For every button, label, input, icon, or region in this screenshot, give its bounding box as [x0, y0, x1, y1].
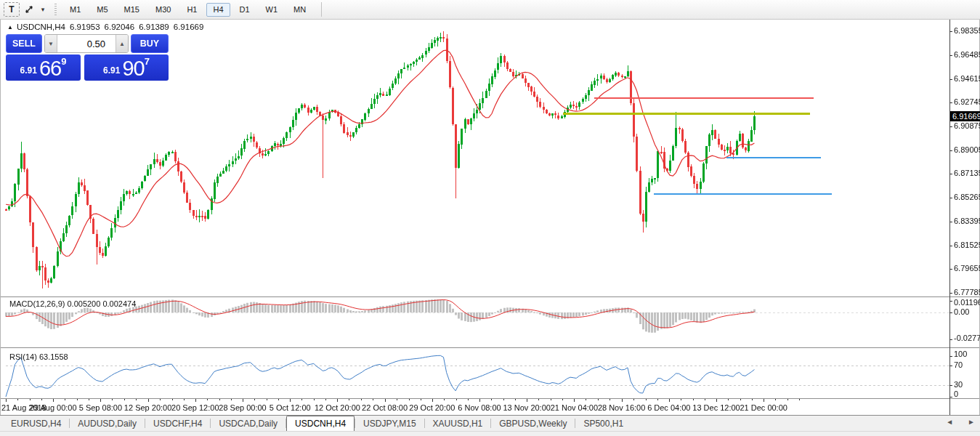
- timeframe-group: M1M5M15M30H1H4D1W1MN: [62, 3, 314, 17]
- time-axis-label: 20 Sep 12:00: [171, 403, 219, 412]
- price-axis-label: 6.85265: [954, 193, 980, 201]
- time-axis-label: 21 Nov 04:00: [551, 403, 598, 412]
- chart-ohlc-header: ▲USDCNH,H46.919536.920466.913896.91669: [7, 23, 203, 31]
- tab-usdjpy-m15[interactable]: USDJPY,M15: [355, 416, 424, 431]
- timeframe-button-W1[interactable]: W1: [259, 3, 285, 17]
- price-axis-label: 6.79655: [954, 264, 980, 272]
- buy-button[interactable]: BUY: [131, 34, 169, 53]
- macd-axis-label: -0.027758: [954, 334, 980, 342]
- rsi-axis-label: 100: [954, 350, 967, 358]
- sell-price-button[interactable]: 6.91 66 9: [6, 54, 81, 81]
- time-axis-label: 5 Sep 08:00: [79, 403, 122, 412]
- symbol-period-label: USDCNH,H4: [17, 23, 65, 31]
- macd-axis-label: 0.011968: [954, 298, 980, 307]
- buy-price-button[interactable]: 6.91 90 7: [84, 54, 169, 81]
- time-axis-label: 12 Oct 20:00: [315, 403, 360, 412]
- timeframe-button-D1[interactable]: D1: [233, 3, 256, 17]
- chart-tabs: EURUSD,H4AUDUSD,DailyUSDCHF,H4USDCAD,Dai…: [0, 416, 980, 432]
- tab-bar: EURUSD,H4AUDUSD,DailyUSDCHF,H4USDCAD,Dai…: [0, 415, 980, 436]
- tab-xauusd-h1[interactable]: XAUUSD,H1: [425, 416, 491, 431]
- timeframe-button-MN[interactable]: MN: [287, 3, 312, 17]
- rsi-axis-label: 30: [954, 380, 963, 389]
- time-axis-label: 6 Nov 08:00: [458, 403, 501, 412]
- cursor-dropdown-caret-icon[interactable]: ▾: [39, 2, 47, 17]
- time-axis-label: 13 Dec 12:00: [692, 403, 740, 412]
- price-axis-label: 6.83395: [954, 217, 980, 225]
- sell-price-base: 6.91: [20, 65, 37, 76]
- buy-price-point: 7: [145, 56, 150, 67]
- price-axis-label: 6.81525: [954, 241, 980, 249]
- price-axis-label: 6.90875: [954, 121, 980, 130]
- time-axis-label: 21 Dec 00:00: [740, 403, 787, 412]
- buy-price-base: 6.91: [103, 65, 120, 76]
- mt4-terminal-window: T ▾ M1M5M15M30H1H4D1W1MN ▲USDCNH,H46.919…: [0, 0, 980, 436]
- price-axis-label: 6.87135: [954, 169, 980, 177]
- tab-usdchf-h4[interactable]: USDCHF,H4: [145, 416, 210, 431]
- cursor-tool-button[interactable]: [21, 2, 37, 17]
- time-axis-label: 29 Aug 00:00: [30, 403, 77, 412]
- price-axis-label: 6.96485: [954, 50, 980, 59]
- tab-usdcnh-h4[interactable]: USDCNH,H4: [286, 416, 355, 431]
- sell-price-pips: 66: [39, 57, 61, 79]
- time-axis-label: 29 Oct 20:00: [409, 403, 455, 412]
- close-value: 6.91669: [174, 23, 204, 31]
- tab-scroll-left-icon[interactable]: ◄: [944, 418, 955, 426]
- time-axis-label: 22 Oct 08:00: [362, 403, 408, 412]
- rsi-label: RSI(14) 63.1558: [9, 352, 68, 361]
- timeframe-button-M15[interactable]: M15: [118, 3, 146, 17]
- volume-input[interactable]: [57, 35, 116, 52]
- rsi-axis-label: 70: [954, 360, 963, 369]
- volume-increase-icon[interactable]: ▲: [116, 35, 128, 52]
- timeframe-button-M30[interactable]: M30: [149, 3, 177, 17]
- price-axis-label: 6.98355: [954, 26, 980, 35]
- buy-price-pips: 90: [122, 57, 144, 79]
- macd-axis-label: 0.00: [954, 307, 969, 316]
- tab-gbpusd-weekly[interactable]: GBPUSD,Weekly: [491, 416, 575, 431]
- sell-price-point: 9: [61, 56, 66, 67]
- tab-eurusd-h4[interactable]: EURUSD,H4: [3, 416, 69, 431]
- price-axis-label: 6.94615: [954, 74, 980, 83]
- low-value: 6.91389: [139, 23, 169, 31]
- high-value: 6.92046: [105, 23, 135, 31]
- timeframe-button-H1[interactable]: H1: [180, 3, 203, 17]
- timeframe-button-H4[interactable]: H4: [206, 3, 230, 17]
- time-axis-label: 6 Dec 04:00: [647, 403, 690, 412]
- cursor-arrows-icon: [24, 4, 34, 15]
- open-value: 6.91953: [70, 23, 100, 31]
- price-axis-label: 6.89005: [954, 145, 980, 154]
- price-axis-label: 6.77785: [954, 288, 980, 296]
- one-click-trading-panel: SELL ▼ ▲ BUY 6.91 66 9 6.91 90 7: [6, 34, 169, 81]
- tab-audusd-daily[interactable]: AUDUSD,Daily: [70, 416, 145, 431]
- rsi-axis-label: 0: [954, 389, 958, 398]
- toolbar: T ▾ M1M5M15M30H1H4D1W1MN: [0, 0, 980, 20]
- time-axis-label: 28 Nov 16:00: [598, 403, 645, 412]
- macd-label: MACD(12,26,9) 0.005200 0.002474: [9, 299, 136, 308]
- time-axis-label: 13 Nov 20:00: [503, 403, 550, 412]
- volume-stepper: ▼ ▲: [44, 34, 129, 53]
- toolbar-grip[interactable]: [54, 4, 57, 15]
- time-axis-label: 12 Sep 20:00: [124, 403, 171, 412]
- tab-usdcad-daily[interactable]: USDCAD,Daily: [211, 416, 286, 431]
- time-axis-label: 5 Oct 12:00: [270, 403, 311, 412]
- tab-scroll-right-icon[interactable]: ►: [965, 418, 977, 426]
- collapse-icon[interactable]: ▲: [7, 24, 13, 31]
- timeframe-button-M1[interactable]: M1: [63, 3, 87, 17]
- price-axis-label: 6.92745: [954, 97, 980, 106]
- tab-scroll-buttons: ◄ ►: [944, 418, 977, 426]
- time-axis-label: 28 Sep 00:00: [219, 403, 266, 412]
- volume-decrease-icon[interactable]: ▼: [45, 35, 57, 52]
- toolbar-separator: [321, 2, 322, 17]
- tab-sp500-h1[interactable]: SP500,H1: [575, 416, 631, 431]
- timeframe-button-M5[interactable]: M5: [90, 3, 114, 17]
- current-price-tag: 6.91669: [950, 111, 980, 121]
- text-tool-button[interactable]: T: [4, 2, 20, 17]
- sell-button[interactable]: SELL: [6, 34, 42, 53]
